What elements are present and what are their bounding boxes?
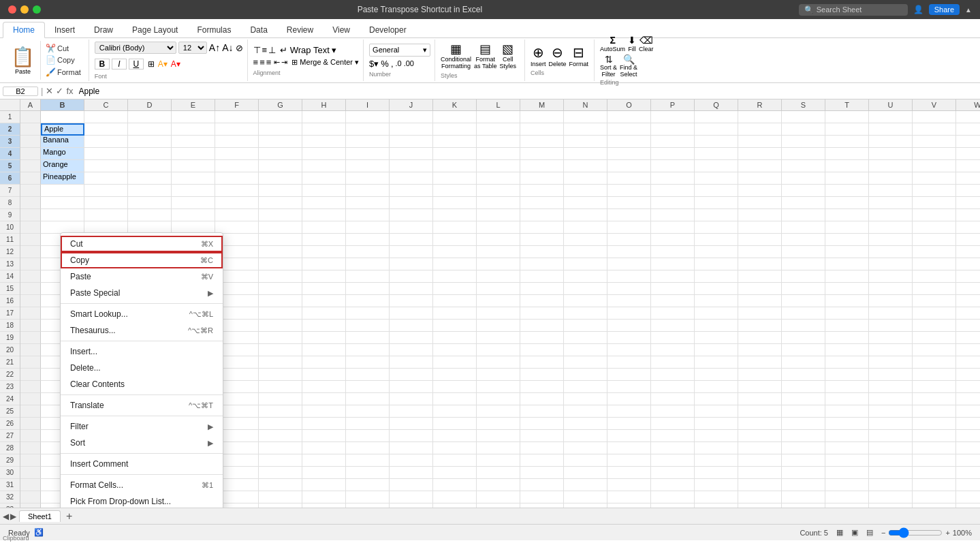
cell-w20[interactable] xyxy=(956,344,980,356)
cell-s6[interactable] xyxy=(782,172,825,185)
cell-l2[interactable] xyxy=(477,123,520,136)
cell-q7[interactable] xyxy=(695,185,738,197)
cell-i7[interactable] xyxy=(346,185,390,197)
cell-v33[interactable] xyxy=(913,503,956,508)
cell-j32[interactable] xyxy=(390,491,433,503)
cell-h5[interactable] xyxy=(302,160,346,172)
cell-q30[interactable] xyxy=(695,467,738,479)
cell-m18[interactable] xyxy=(520,320,564,332)
cell-i20[interactable] xyxy=(346,344,390,356)
cell-h31[interactable] xyxy=(302,479,346,491)
cell-d2[interactable] xyxy=(128,123,172,136)
cell-n33[interactable] xyxy=(564,503,607,508)
cell-j5[interactable] xyxy=(390,160,433,172)
cell-m31[interactable] xyxy=(520,479,564,491)
cell-o25[interactable] xyxy=(607,405,651,418)
align-middle-icon[interactable]: ≡ xyxy=(262,45,268,55)
tab-data[interactable]: Data xyxy=(240,22,276,37)
ctx-item-sort[interactable]: Sort▶ xyxy=(61,435,223,451)
cell-t12[interactable] xyxy=(825,246,869,258)
cell-r3[interactable] xyxy=(738,136,782,148)
cell-b2[interactable]: Apple xyxy=(41,123,84,136)
cell-o30[interactable] xyxy=(607,467,651,479)
cell-t26[interactable] xyxy=(825,418,869,430)
cell-i21[interactable] xyxy=(346,356,390,369)
row-header-12[interactable]: 12 xyxy=(0,246,20,258)
underline-button[interactable]: U xyxy=(129,59,144,69)
cell-m20[interactable] xyxy=(520,344,564,356)
cell-g22[interactable] xyxy=(259,369,302,381)
cell-v4[interactable] xyxy=(913,148,956,160)
row-header-11[interactable]: 11 xyxy=(0,234,20,246)
cell-u18[interactable] xyxy=(869,320,913,332)
cell-s4[interactable] xyxy=(782,148,825,160)
cell-p20[interactable] xyxy=(651,344,695,356)
cell-q13[interactable] xyxy=(695,258,738,270)
cell-o27[interactable] xyxy=(607,430,651,442)
ctx-item-insert...[interactable]: Insert... xyxy=(61,343,223,360)
cell-v11[interactable] xyxy=(913,234,956,246)
cell-a1[interactable] xyxy=(20,111,41,123)
col-header-b[interactable]: B xyxy=(41,99,84,110)
cell-q15[interactable] xyxy=(695,283,738,295)
cell-j2[interactable] xyxy=(390,123,433,136)
cell-g24[interactable] xyxy=(259,393,302,405)
cell-q33[interactable] xyxy=(695,503,738,508)
font-color-button[interactable]: A▾ xyxy=(171,59,180,69)
cell-v5[interactable] xyxy=(913,160,956,172)
cell-u17[interactable] xyxy=(869,307,913,320)
cell-a30[interactable] xyxy=(20,467,41,479)
cell-h32[interactable] xyxy=(302,491,346,503)
row-header-9[interactable]: 9 xyxy=(0,209,20,221)
cell-c9[interactable] xyxy=(84,209,128,221)
cell-i15[interactable] xyxy=(346,283,390,295)
row-header-5[interactable]: 5 xyxy=(0,160,20,172)
row-header-21[interactable]: 21 xyxy=(0,356,20,369)
cell-m22[interactable] xyxy=(520,369,564,381)
cell-f3[interactable] xyxy=(215,136,259,148)
cell-o31[interactable] xyxy=(607,479,651,491)
cell-s28[interactable] xyxy=(782,442,825,454)
row-header-24[interactable]: 24 xyxy=(0,393,20,405)
cell-s23[interactable] xyxy=(782,381,825,393)
cell-p2[interactable] xyxy=(651,123,695,136)
cell-t22[interactable] xyxy=(825,369,869,381)
cell-j6[interactable] xyxy=(390,172,433,185)
cell-t10[interactable] xyxy=(825,221,869,234)
cell-l29[interactable] xyxy=(477,454,520,467)
cell-s13[interactable] xyxy=(782,258,825,270)
ctx-item-cut[interactable]: Cut⌘X xyxy=(61,236,223,252)
cell-l7[interactable] xyxy=(477,185,520,197)
cell-g31[interactable] xyxy=(259,479,302,491)
cell-k29[interactable] xyxy=(433,454,477,467)
cell-p13[interactable] xyxy=(651,258,695,270)
cell-s24[interactable] xyxy=(782,393,825,405)
tab-page-layout[interactable]: Page Layout xyxy=(123,22,187,37)
cell-q28[interactable] xyxy=(695,442,738,454)
cell-a12[interactable] xyxy=(20,246,41,258)
cell-v31[interactable] xyxy=(913,479,956,491)
cell-o17[interactable] xyxy=(607,307,651,320)
col-header-w[interactable]: W xyxy=(956,99,980,110)
cell-j3[interactable] xyxy=(390,136,433,148)
cell-k28[interactable] xyxy=(433,442,477,454)
cell-h30[interactable] xyxy=(302,467,346,479)
cell-s12[interactable] xyxy=(782,246,825,258)
cell-g6[interactable] xyxy=(259,172,302,185)
row-header-28[interactable]: 28 xyxy=(0,442,20,454)
cell-m32[interactable] xyxy=(520,491,564,503)
row-header-3[interactable]: 3 xyxy=(0,136,20,148)
cell-s15[interactable] xyxy=(782,283,825,295)
row-header-14[interactable]: 14 xyxy=(0,270,20,283)
cell-n12[interactable] xyxy=(564,246,607,258)
decrease-indent-icon[interactable]: ⇤ xyxy=(274,58,280,67)
cell-u23[interactable] xyxy=(869,381,913,393)
cell-o26[interactable] xyxy=(607,418,651,430)
cell-d4[interactable] xyxy=(128,148,172,160)
cell-n22[interactable] xyxy=(564,369,607,381)
cell-n30[interactable] xyxy=(564,467,607,479)
cell-h23[interactable] xyxy=(302,381,346,393)
cell-h3[interactable] xyxy=(302,136,346,148)
cell-r16[interactable] xyxy=(738,295,782,307)
cell-w19[interactable] xyxy=(956,332,980,344)
